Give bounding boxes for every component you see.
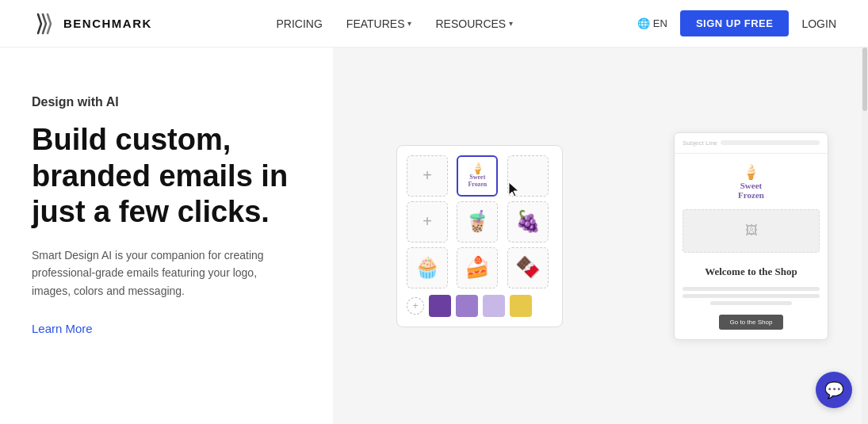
- picker-cell-logo[interactable]: 🍦 SweetFrozen: [457, 155, 498, 197]
- asset-picker: + 🍦 SweetFrozen + 🧋 🍇: [396, 145, 563, 327]
- email-text-line-3: [710, 301, 793, 305]
- email-text-lines: [675, 284, 828, 315]
- hero-headline: Build custom, branded emails in just a f…: [32, 122, 301, 231]
- header: BENCHMARK PRICING FEATURES ▾ RESOURCES ▾…: [0, 0, 868, 48]
- yellow-cupcake-icon: 🍰: [457, 248, 497, 288]
- subject-line-bar: [721, 140, 820, 145]
- scrollbar[interactable]: [862, 0, 868, 424]
- learn-more-link[interactable]: Learn More: [32, 322, 93, 335]
- picker-cell-choc-cupcake[interactable]: 🍫: [507, 247, 549, 288]
- login-button[interactable]: LOGIN: [801, 17, 836, 30]
- picker-cell-yellow-cupcake[interactable]: 🍰: [457, 247, 498, 288]
- nav-features[interactable]: FEATURES ▾: [346, 17, 412, 30]
- color-add-button[interactable]: +: [407, 297, 424, 315]
- chat-bubble-button[interactable]: 💬: [816, 372, 852, 408]
- email-logo-area: 🍦 SweetFrozen: [675, 153, 828, 204]
- hero-description: Smart Design AI is your companion for cr…: [32, 246, 285, 300]
- choc-cupcake-icon: 🍫: [508, 248, 548, 288]
- green-drink-icon: 🧋: [457, 202, 497, 242]
- left-panel: Design with AI Build custom, branded ema…: [0, 48, 333, 424]
- image-placeholder-icon: 🖼: [745, 223, 758, 238]
- picker-cell-purple-drink[interactable]: 🍇: [507, 201, 549, 243]
- header-right: 🌐 EN SIGN UP FREE LOGIN: [637, 10, 836, 36]
- purple-drink-icon: 🍇: [508, 202, 548, 242]
- brand-icon: 🍦: [738, 162, 764, 180]
- color-palette-row: +: [407, 295, 553, 317]
- picker-cell-pink-cupcake[interactable]: 🧁: [407, 247, 448, 288]
- nav-pricing[interactable]: PRICING: [277, 17, 323, 30]
- picker-cell-green-drink[interactable]: 🧋: [457, 201, 498, 243]
- signup-button[interactable]: SIGN UP FREE: [680, 10, 790, 36]
- email-cta-button[interactable]: Go to the Shop: [719, 315, 784, 330]
- brand-name: SweetFrozen: [738, 180, 764, 199]
- nav-resources[interactable]: RESOURCES ▾: [435, 17, 513, 30]
- logo-text: BENCHMARK: [63, 17, 152, 30]
- picker-cell-add-2[interactable]: +: [407, 201, 448, 243]
- plus-icon-2: +: [423, 212, 432, 231]
- email-subject-bar: Subject Line: [675, 132, 828, 153]
- picker-cell-empty-1: [507, 155, 549, 197]
- email-brand-logo: 🍦 SweetFrozen: [738, 162, 764, 199]
- logo-area: BENCHMARK: [32, 11, 152, 36]
- globe-icon: 🌐: [637, 17, 650, 29]
- email-welcome-section: Welcome to the Shop: [675, 258, 828, 284]
- benchmark-logo-icon: [32, 11, 57, 36]
- subject-label: Subject Line: [683, 139, 717, 146]
- plus-icon-1: +: [423, 166, 432, 185]
- language-selector[interactable]: 🌐 EN: [637, 17, 667, 29]
- main-content: Design with AI Build custom, branded ema…: [0, 48, 868, 424]
- email-cta-area: Go to the Shop: [675, 315, 828, 339]
- color-swatch-yellow[interactable]: [510, 295, 532, 317]
- resources-chevron-icon: ▾: [509, 19, 513, 28]
- design-tag: Design with AI: [32, 95, 301, 109]
- email-welcome-text: Welcome to the Shop: [681, 265, 821, 279]
- scrollbar-thumb[interactable]: [862, 48, 867, 111]
- email-text-line-1: [683, 287, 820, 291]
- features-chevron-icon: ▾: [407, 19, 411, 28]
- email-preview: Subject Line 🍦 SweetFrozen 🖼 Welcome to …: [674, 132, 828, 339]
- color-swatch-purple-dark[interactable]: [429, 295, 451, 317]
- chat-icon: 💬: [824, 380, 844, 399]
- main-nav: PRICING FEATURES ▾ RESOURCES ▾: [277, 17, 514, 30]
- email-image-placeholder: 🖼: [683, 209, 820, 253]
- asset-grid: + 🍦 SweetFrozen + 🧋 🍇: [407, 155, 553, 288]
- color-swatch-purple-mid[interactable]: [456, 295, 478, 317]
- picker-cell-add-1[interactable]: +: [407, 155, 448, 197]
- color-swatch-purple-light[interactable]: [483, 295, 505, 317]
- right-panel: + 🍦 SweetFrozen + 🧋 🍇: [333, 48, 868, 424]
- email-text-line-2: [683, 294, 820, 298]
- pink-cupcake-icon: 🧁: [407, 248, 447, 288]
